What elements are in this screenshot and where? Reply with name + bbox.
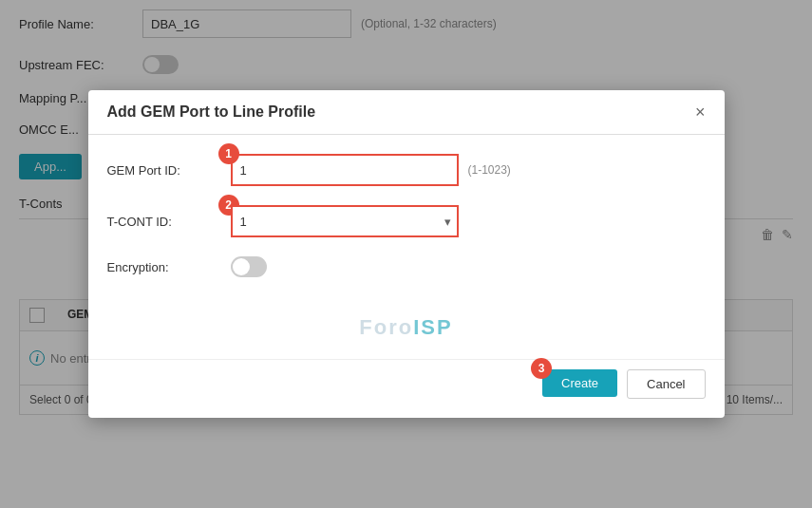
gem-port-id-label: GEM Port ID: bbox=[107, 163, 231, 178]
encryption-label: Encryption: bbox=[107, 260, 231, 274]
gem-port-id-row: GEM Port ID: 1 (1-1023) bbox=[107, 154, 706, 186]
modal-close-button[interactable]: × bbox=[695, 103, 706, 121]
t-cont-id-select[interactable]: 1 2 3 bbox=[231, 205, 459, 237]
add-gem-port-modal: Add GEM Port to Line Profile × GEM Port … bbox=[88, 90, 725, 418]
modal-overlay: Add GEM Port to Line Profile × GEM Port … bbox=[0, 0, 812, 508]
encryption-row: Encryption: bbox=[107, 256, 706, 277]
modal-footer: 3 Create Cancel bbox=[88, 359, 725, 418]
step-3-badge: 3 bbox=[531, 358, 552, 379]
t-cont-id-label: T-CONT ID: bbox=[107, 215, 231, 229]
foro-watermark: ForoISP bbox=[88, 306, 725, 349]
encryption-toggle[interactable] bbox=[231, 256, 267, 277]
gem-port-id-input[interactable] bbox=[231, 154, 459, 186]
create-btn-wrapper: 3 Create bbox=[542, 369, 617, 399]
modal-title: Add GEM Port to Line Profile bbox=[107, 103, 316, 121]
modal-header: Add GEM Port to Line Profile × bbox=[88, 90, 725, 135]
modal-body: GEM Port ID: 1 (1-1023) T-CONT ID: 2 1 2… bbox=[88, 135, 725, 306]
t-cont-select-wrapper: 1 2 3 bbox=[231, 205, 459, 237]
gem-port-id-hint: (1-1023) bbox=[468, 163, 511, 177]
cancel-button[interactable]: Cancel bbox=[627, 369, 705, 399]
t-cont-id-row: T-CONT ID: 2 1 2 3 bbox=[107, 205, 706, 237]
create-button[interactable]: Create bbox=[542, 369, 617, 397]
step-1-badge: 1 bbox=[218, 143, 239, 164]
